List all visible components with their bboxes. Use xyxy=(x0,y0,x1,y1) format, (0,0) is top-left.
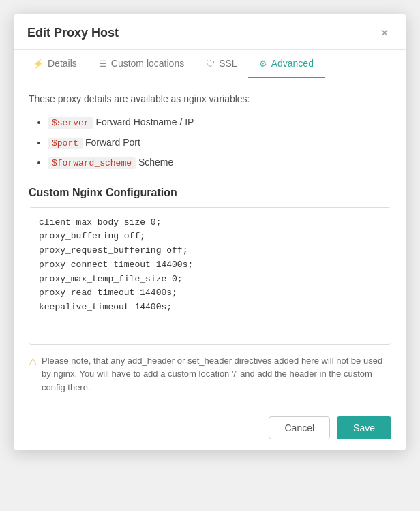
warning-message: Please note, that any add_header or set_… xyxy=(42,354,391,394)
list-item: $server Forward Hostname / IP xyxy=(48,115,391,130)
edit-proxy-host-modal: Edit Proxy Host × ⚡ Details ☰ Custom loc… xyxy=(14,14,406,450)
tab-bar: ⚡ Details ☰ Custom locations 🛡 SSL ⚙ Adv… xyxy=(14,50,406,78)
tab-ssl-label: SSL xyxy=(219,58,237,69)
tab-advanced-label: Advanced xyxy=(271,58,314,69)
section-title: Custom Nginx Configuration xyxy=(29,187,391,199)
info-text: These proxy details are available as ngi… xyxy=(29,93,391,104)
var-forward-scheme-code: $forward_scheme xyxy=(48,157,136,169)
details-icon: ⚡ xyxy=(33,59,44,69)
save-button[interactable]: Save xyxy=(337,416,391,439)
cancel-button[interactable]: Cancel xyxy=(269,416,330,439)
list-item: $forward_scheme Scheme xyxy=(48,155,391,170)
config-textarea-wrapper: client_max_body_size 0; proxy_buffering … xyxy=(29,207,391,345)
warning-icon: ⚠ xyxy=(29,355,38,369)
close-button[interactable]: × xyxy=(376,25,393,41)
variable-list: $server Forward Hostname / IP $port Forw… xyxy=(29,115,391,170)
modal-header: Edit Proxy Host × xyxy=(14,14,406,50)
modal-footer: Cancel Save xyxy=(14,405,406,450)
ssl-icon: 🛡 xyxy=(206,59,215,69)
list-item: $port Forward Port xyxy=(48,136,391,151)
var-server-desc: Forward Hostname / IP xyxy=(96,117,194,127)
var-port-code: $port xyxy=(48,138,82,149)
var-server-code: $server xyxy=(48,117,93,129)
tab-details-label: Details xyxy=(48,58,77,69)
warning-text: ⚠ Please note, that any add_header or se… xyxy=(29,354,391,394)
advanced-icon: ⚙ xyxy=(259,59,267,69)
custom-locations-icon: ☰ xyxy=(99,59,107,69)
config-textarea[interactable]: client_max_body_size 0; proxy_buffering … xyxy=(29,208,391,344)
var-forward-scheme-desc: Scheme xyxy=(138,157,173,168)
modal-body: These proxy details are available as ngi… xyxy=(14,78,406,405)
tab-ssl[interactable]: 🛡 SSL xyxy=(195,50,247,78)
tab-details[interactable]: ⚡ Details xyxy=(22,50,88,78)
modal-title: Edit Proxy Host xyxy=(27,26,119,40)
tab-custom-locations[interactable]: ☰ Custom locations xyxy=(88,50,195,78)
var-port-desc: Forward Port xyxy=(85,137,140,148)
tab-advanced[interactable]: ⚙ Advanced xyxy=(248,50,325,78)
tab-custom-locations-label: Custom locations xyxy=(111,58,184,69)
